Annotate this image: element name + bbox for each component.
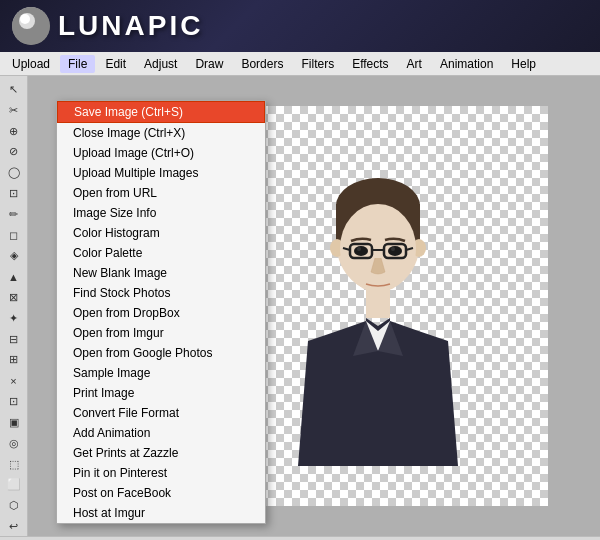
menu-item-edit[interactable]: Edit: [97, 55, 134, 73]
menu-item-animation[interactable]: Animation: [432, 55, 501, 73]
file-menu-item-20[interactable]: Host at Imgur: [57, 503, 265, 523]
tool-text[interactable]: ⊟: [3, 330, 25, 349]
file-menu-item-10[interactable]: Open from DropBox: [57, 303, 265, 323]
canvas-area: Save Image (Ctrl+S)Close Image (Ctrl+X)U…: [28, 76, 600, 536]
svg-rect-19: [366, 288, 390, 318]
person-image: [268, 166, 488, 476]
tool-pencil[interactable]: ✏: [3, 205, 25, 224]
file-menu-item-8[interactable]: New Blank Image: [57, 263, 265, 283]
file-menu-item-14[interactable]: Print Image: [57, 383, 265, 403]
tool-undo[interactable]: ↩: [3, 517, 25, 536]
file-menu-item-9[interactable]: Find Stock Photos: [57, 283, 265, 303]
file-menu-item-16[interactable]: Add Animation: [57, 423, 265, 443]
logo-icon: [12, 7, 50, 45]
tool-circle-select[interactable]: ◯: [3, 163, 25, 182]
file-menu-item-0[interactable]: Save Image (Ctrl+S): [57, 101, 265, 123]
menu-item-draw[interactable]: Draw: [187, 55, 231, 73]
file-menu-item-19[interactable]: Post on FaceBook: [57, 483, 265, 503]
file-menu-item-11[interactable]: Open from Imgur: [57, 323, 265, 343]
app-title: LUNAPIC: [58, 10, 203, 42]
tool-select[interactable]: ↖: [3, 80, 25, 99]
svg-point-15: [354, 246, 368, 256]
menu-item-borders[interactable]: Borders: [233, 55, 291, 73]
file-dropdown[interactable]: Save Image (Ctrl+S)Close Image (Ctrl+X)U…: [56, 100, 266, 524]
file-menu-item-6[interactable]: Color Histogram: [57, 223, 265, 243]
tool-zoom[interactable]: ⊕: [3, 122, 25, 141]
tool-cross[interactable]: ×: [3, 371, 25, 390]
tool-color-pick[interactable]: ◎: [3, 434, 25, 453]
svg-point-2: [20, 14, 30, 24]
file-menu-item-13[interactable]: Sample Image: [57, 363, 265, 383]
status-bar: https://www7.lunapic.com/editor/?action=…: [0, 536, 600, 540]
svg-point-16: [388, 246, 402, 256]
tool-gradient[interactable]: ▣: [3, 413, 25, 432]
menu-item-upload[interactable]: Upload: [4, 55, 58, 73]
main-area: ↖✂⊕⊘◯⊡✏◻◈▲⊠✦⊟⊞×⊡▣◎⬚⬜⬡↩: [0, 76, 600, 536]
menu-item-file[interactable]: File: [60, 55, 95, 73]
tool-move[interactable]: ⬚: [3, 455, 25, 474]
file-menu-item-7[interactable]: Color Palette: [57, 243, 265, 263]
tool-crop[interactable]: ✂: [3, 101, 25, 120]
tool-lasso[interactable]: ⊘: [3, 142, 25, 161]
menu-item-effects[interactable]: Effects: [344, 55, 396, 73]
menu-item-filters[interactable]: Filters: [293, 55, 342, 73]
tool-smudge[interactable]: ⊠: [3, 288, 25, 307]
tool-eraser[interactable]: ◻: [3, 226, 25, 245]
file-menu-item-15[interactable]: Convert File Format: [57, 403, 265, 423]
file-menu-item-12[interactable]: Open from Google Photos: [57, 343, 265, 363]
tool-rect[interactable]: ⬜: [3, 475, 25, 494]
svg-point-17: [357, 247, 361, 251]
menu-item-help[interactable]: Help: [503, 55, 544, 73]
tool-poly[interactable]: ⬡: [3, 496, 25, 515]
menu-item-art[interactable]: Art: [399, 55, 430, 73]
tool-effects[interactable]: ✦: [3, 309, 25, 328]
file-menu-item-5[interactable]: Image Size Info: [57, 203, 265, 223]
toolbar: ↖✂⊕⊘◯⊡✏◻◈▲⊠✦⊟⊞×⊡▣◎⬚⬜⬡↩: [0, 76, 28, 536]
tool-sharpen[interactable]: ▲: [3, 267, 25, 286]
menu-item-adjust[interactable]: Adjust: [136, 55, 185, 73]
menu-bar: UploadFileEditAdjustDrawBordersFiltersEf…: [0, 52, 600, 76]
app-header: LUNAPIC: [0, 0, 600, 52]
tool-bucket[interactable]: ⊡: [3, 392, 25, 411]
file-menu-item-18[interactable]: Pin it on Pinterest: [57, 463, 265, 483]
file-menu-item-17[interactable]: Get Prints at Zazzle: [57, 443, 265, 463]
svg-point-9: [340, 204, 416, 292]
tool-clone[interactable]: ◈: [3, 247, 25, 266]
file-menu-item-1[interactable]: Close Image (Ctrl+X): [57, 123, 265, 143]
file-menu-item-2[interactable]: Upload Image (Ctrl+O): [57, 143, 265, 163]
file-menu-item-3[interactable]: Upload Multiple Images: [57, 163, 265, 183]
file-menu-item-4[interactable]: Open from URL: [57, 183, 265, 203]
svg-point-18: [391, 247, 395, 251]
tool-grid[interactable]: ⊞: [3, 351, 25, 370]
tool-magic-wand[interactable]: ⊡: [3, 184, 25, 203]
